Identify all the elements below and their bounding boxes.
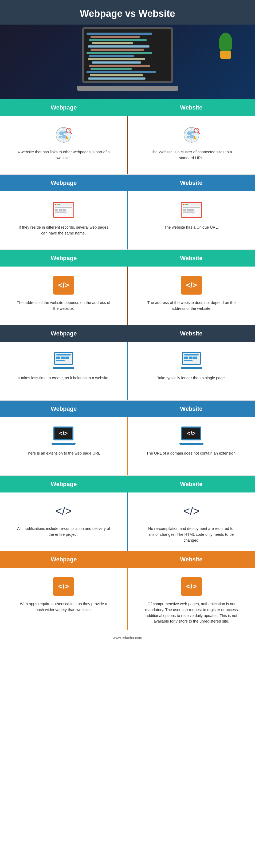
webpage-icon-2 (52, 199, 75, 221)
webpage-header-5: Webpage (0, 401, 128, 417)
svg-point-15 (187, 136, 189, 138)
website-header-6: Website (128, 476, 255, 493)
webpage-text-5: There is an extension to the web page UR… (26, 451, 101, 457)
webpage-text-1: A website that has links to other webpag… (17, 149, 110, 161)
content-row-6: </> All modifications include re-compila… (0, 493, 255, 551)
section-5: Webpage Website </> There is an extensio… (0, 401, 255, 476)
webpage-content-3: </> The address of the website depends o… (0, 267, 128, 325)
page-title: Webpage vs Website (0, 0, 255, 25)
website-text-4: Take typically longer than a single page… (157, 375, 226, 381)
website-header-7: Website (128, 551, 255, 568)
section-header-5: Webpage Website (0, 401, 255, 417)
website-header-3: Website (128, 250, 255, 267)
webpage-content-7: </> Web apps require authentication, as … (0, 568, 128, 630)
webpage-header-4: Webpage (0, 325, 128, 342)
content-row-1: A website that has links to other webpag… (0, 116, 255, 175)
sections-container: Webpage Website A (0, 99, 255, 630)
section-header-3: Webpage Website (0, 250, 255, 267)
content-row-3: </> The address of the website depends o… (0, 267, 255, 325)
hero-image (0, 25, 255, 99)
section-6: Webpage Website </> All modifications in… (0, 476, 255, 551)
svg-point-4 (59, 136, 61, 138)
website-header-1: Website (128, 99, 255, 116)
webpage-header-6: Webpage (0, 476, 128, 493)
content-row-5: </> There is an extension to the web pag… (0, 417, 255, 476)
webpage-header-7: Webpage (0, 551, 128, 568)
website-text-2: The website has a Unique URL. (164, 225, 219, 230)
webpage-text-2: If they reside in different records, sev… (17, 225, 110, 236)
section-header-4: Webpage Website (0, 325, 255, 342)
webpage-content-6: </> All modifications include re-compila… (0, 493, 128, 551)
website-icon-2 (180, 199, 203, 221)
content-row-7: </> Web apps require authentication, as … (0, 568, 255, 630)
webpage-icon-3: </> (52, 275, 75, 296)
plant-decoration (218, 33, 234, 59)
section-2: Webpage Website If they reside in (0, 175, 255, 250)
webpage-content-2: If they reside in different records, sev… (0, 191, 128, 249)
webpage-icon-5: </> (52, 425, 75, 446)
website-header-2: Website (128, 175, 255, 191)
website-text-6: No re-compilation and deployment are req… (145, 526, 238, 543)
website-icon-1 (180, 124, 203, 145)
webpage-content-4: It takes less time to create, as it belo… (0, 342, 128, 400)
webpage-icon-1 (52, 124, 75, 145)
website-content-7: </> Of comprehensive web pages, authenti… (128, 568, 255, 630)
webpage-content-1: A website that has links to other webpag… (0, 116, 128, 174)
webpage-icon-4 (52, 350, 75, 371)
website-content-6: </> No re-compilation and deployment are… (128, 493, 255, 551)
website-text-3: The address of the website does not depe… (145, 300, 238, 312)
website-text-5: The URL of a domain does not contain an … (146, 451, 236, 457)
website-icon-3: </> (180, 275, 203, 296)
webpage-header-1: Webpage (0, 99, 128, 116)
section-1: Webpage Website A (0, 99, 255, 175)
website-text-7: Of comprehensive web pages, authenticati… (145, 601, 238, 624)
website-icon-6: </> (180, 500, 203, 522)
website-icon-5: </> (180, 425, 203, 446)
website-header-4: Website (128, 325, 255, 342)
section-header-1: Webpage Website (0, 99, 255, 116)
webpage-text-6: All modifications include re-compilation… (17, 526, 110, 538)
section-header-7: Webpage Website (0, 551, 255, 568)
webpage-content-5: </> There is an extension to the web pag… (0, 417, 128, 475)
website-content-5: </> The URL of a domain does not contain… (128, 417, 255, 475)
webpage-text-3: The address of the website depends on th… (17, 300, 110, 312)
webpage-icon-7: </> (52, 576, 75, 597)
webpage-icon-6: </> (52, 500, 75, 522)
webpage-text-7: Web apps require authentication, as they… (17, 601, 110, 613)
website-content-3: </> The address of the website does not … (128, 267, 255, 325)
webpage-header-3: Webpage (0, 250, 128, 267)
section-3: Webpage Website </> The address of the w… (0, 250, 255, 325)
section-4: Webpage Website It takes less time to cr (0, 325, 255, 401)
content-row-2: If they reside in different records, sev… (0, 191, 255, 250)
section-header-2: Webpage Website (0, 175, 255, 191)
website-icon-4 (180, 350, 203, 371)
svg-point-14 (189, 135, 194, 138)
website-icon-7: </> (180, 576, 203, 597)
webpage-text-4: It takes less time to create, as it belo… (18, 375, 109, 381)
website-content-2: The website has a Unique URL. (128, 191, 255, 249)
website-text-1: The Website is a cluster of connected si… (145, 149, 238, 161)
section-7: Webpage Website </> Web apps require aut… (0, 551, 255, 630)
website-header-5: Website (128, 401, 255, 417)
webpage-header-2: Webpage (0, 175, 128, 191)
website-content-1: The Website is a cluster of connected si… (128, 116, 255, 174)
website-content-4: Take typically longer than a single page… (128, 342, 255, 400)
svg-point-3 (61, 135, 66, 138)
laptop-illustration (71, 27, 184, 97)
content-row-4: It takes less time to create, as it belo… (0, 342, 255, 401)
footer: www.educba.com (0, 630, 255, 645)
section-header-6: Webpage Website (0, 476, 255, 493)
